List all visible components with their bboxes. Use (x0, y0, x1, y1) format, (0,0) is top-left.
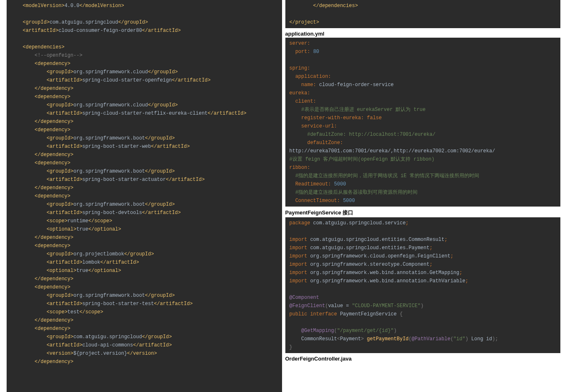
payment-feign-service-code: package com.atguigu.springcloud.service;… (285, 217, 561, 353)
application-yml-code: server: port: 80 spring: application: na… (285, 38, 561, 207)
pom-xml-code: <modelVersion>4.0.0</modelVersion> <grou… (7, 0, 282, 392)
right-column: </dependencies> </project> application.y… (285, 0, 567, 392)
left-column: <modelVersion>4.0.0</modelVersion> <grou… (0, 0, 285, 392)
pom-xml-tail-code: </dependencies> </project> (285, 0, 561, 28)
heading-payment-feign-service: PaymentFeignService 接口 (285, 209, 561, 216)
heading-order-feign-controller: OrderFeignController.java (285, 356, 561, 362)
two-column-document: <modelVersion>4.0.0</modelVersion> <grou… (0, 0, 567, 392)
heading-application-yml: application.yml (285, 31, 561, 37)
